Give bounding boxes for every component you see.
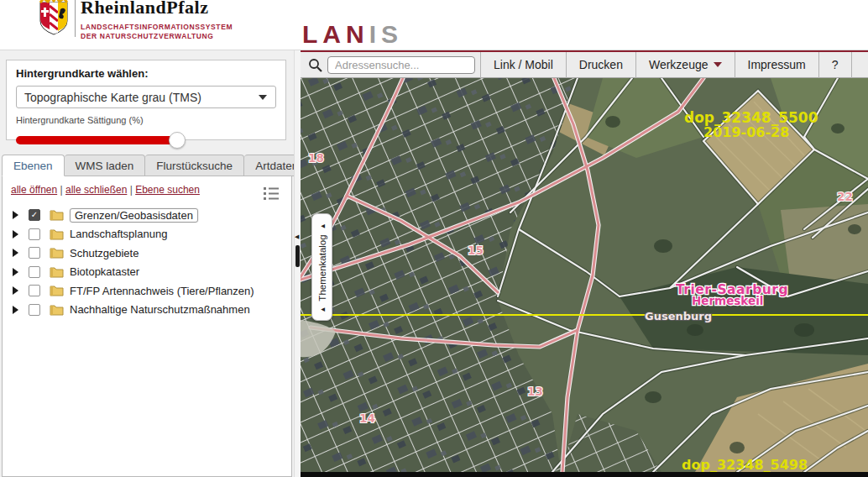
link-mobil-button[interactable]: Link / Mobil	[480, 52, 567, 78]
layer-item-grenzen-geobasisdaten: ✓ Grenzen/Geobasisdaten	[3, 206, 291, 225]
expand-arrow-icon[interactable]	[13, 306, 18, 314]
town-label-gusenburg: Gusenburg	[645, 310, 712, 322]
themenkatalog-label: Themenkatalog	[317, 234, 327, 301]
layer-label[interactable]: Nachhaltige Naturschutzmaßnahmen	[70, 303, 250, 316]
layer-checkbox[interactable]	[29, 266, 40, 278]
toolbar-button-group: Link / Mobil Drucken Werkzeuge Impressum…	[480, 52, 852, 78]
sidebar-tabs: Ebenen WMS laden Flurstücksuche Artdaten	[2, 155, 310, 176]
expand-arrow-icon[interactable]	[13, 286, 18, 295]
layer-item-nachhaltige-naturschutzmassnahmen: Nachhaltige Naturschutzmaßnahmen	[3, 301, 291, 320]
expand-arrow-icon[interactable]	[13, 211, 18, 219]
layer-link-row: alle öffnen | alle schließen | Ebene suc…	[3, 176, 291, 199]
layer-checkbox[interactable]	[29, 228, 40, 240]
district-label-hermeskeil: Hermeskeil	[692, 294, 763, 307]
layer-panel: alle öffnen | alle schließen | Ebene suc…	[2, 176, 292, 477]
app-header: RheinlandPfalz LANDSCHAFTSINFORMATIONSSY…	[0, 0, 868, 50]
brand-name: RheinlandPfalz	[81, 0, 208, 18]
layer-label[interactable]: Schutzgebiete	[70, 247, 139, 259]
legend-list-icon[interactable]	[263, 186, 280, 201]
background-map-selected-option: Topographische Karte grau (TMS)	[24, 91, 201, 104]
tab-ebenen[interactable]: Ebenen	[2, 155, 65, 176]
parcel-number-15: 15	[468, 244, 484, 257]
layer-item-ft-fp-artennachweis: FT/FP Artennachweis (Tiere/Pflanzen)	[3, 281, 291, 301]
collapse-left-arrow-icon: ▲	[319, 223, 327, 229]
tab-wms-laden[interactable]: WMS laden	[65, 155, 146, 176]
address-search-input[interactable]	[327, 56, 475, 74]
map-bottom-bar	[301, 472, 868, 477]
rheinland-pfalz-crest	[37, 0, 71, 36]
brand-divider	[75, 0, 76, 37]
parcel-number-13: 13	[527, 385, 543, 398]
parcel-number-14: 14	[359, 411, 375, 425]
collapse-left-arrow-icon: ▲	[319, 307, 327, 313]
layer-label[interactable]: Biotopkataster	[70, 265, 139, 278]
themenkatalog-tab-inner: ▲ Themenkatalog ▲	[312, 215, 332, 321]
close-all-link[interactable]: alle schließen	[65, 184, 127, 196]
app-title: LANIS	[302, 20, 403, 49]
parcel-number-18: 18	[308, 151, 324, 165]
layer-label[interactable]: FT/FP Artennachweis (Tiere/Pflanzen)	[70, 285, 254, 297]
folder-icon	[50, 228, 64, 240]
background-map-select[interactable]: Topographische Karte grau (TMS)	[16, 86, 276, 108]
tile-date-label: 2019-06-28	[703, 124, 789, 140]
layer-item-biotopkataster: Biotopkataster	[3, 263, 291, 282]
expand-arrow-icon[interactable]	[13, 230, 18, 238]
layer-item-schutzgebiete: Schutzgebiete	[3, 244, 291, 263]
layer-checkbox[interactable]	[29, 304, 40, 316]
saturation-label: Hintergrundkarte Sättigung (%)	[16, 115, 276, 125]
tab-flurstuecksuche[interactable]: Flurstücksuche	[145, 155, 244, 176]
impressum-button[interactable]: Impressum	[735, 52, 819, 78]
werkzeuge-button[interactable]: Werkzeuge	[636, 52, 735, 78]
folder-icon	[50, 247, 64, 259]
background-map-label: Hintergrundkarte wählen:	[16, 67, 276, 80]
chevron-down-icon	[714, 62, 722, 67]
drucken-button[interactable]: Drucken	[567, 52, 636, 78]
sidebar: Hintergrundkarte wählen: Topographische …	[0, 50, 294, 477]
map-toolbar: Link / Mobil Drucken Werkzeuge Impressum…	[301, 52, 868, 78]
saturation-slider-track[interactable]	[16, 136, 177, 144]
folder-icon	[50, 304, 64, 316]
folder-icon	[50, 285, 64, 296]
themenkatalog-tab[interactable]: ▲ Themenkatalog ▲	[311, 213, 332, 321]
layer-checkbox[interactable]: ✓	[29, 209, 40, 221]
layer-checkbox[interactable]	[29, 285, 40, 296]
background-map-box: Hintergrundkarte wählen: Topographische …	[6, 60, 286, 140]
tile-label-bottom: dop_32348_5498	[682, 457, 808, 472]
panel-resize-handle[interactable]	[295, 245, 300, 267]
collapse-arrow-icon[interactable]: ◀	[295, 233, 299, 240]
open-all-link[interactable]: alle öffnen	[11, 184, 57, 196]
map-area[interactable]: dop_32348_5500 2019-06-28 dop_32348_5498…	[301, 78, 868, 472]
folder-icon	[50, 266, 64, 278]
expand-arrow-icon[interactable]	[13, 249, 18, 257]
search-icon[interactable]	[308, 58, 322, 72]
help-button[interactable]: ?	[819, 52, 852, 78]
folder-icon	[50, 209, 64, 221]
layer-tree: ✓ Grenzen/Geobasisdaten Landschaftsplanu…	[3, 206, 291, 319]
saturation-slider-handle[interactable]	[169, 132, 186, 149]
layer-label[interactable]: Landschaftsplanung	[70, 228, 167, 240]
brand-subtitle: LANDSCHAFTSINFORMATIONSSYSTEM DER NATURS…	[81, 23, 233, 41]
map-column: Link / Mobil Drucken Werkzeuge Impressum…	[301, 50, 868, 477]
chevron-down-icon	[259, 95, 267, 100]
parcel-number-22: 22	[837, 190, 853, 203]
layer-checkbox[interactable]	[29, 247, 40, 259]
map-canvas[interactable]: dop_32348_5500 2019-06-28 dop_32348_5498…	[301, 78, 868, 472]
layer-search-link[interactable]: Ebene suchen	[135, 184, 200, 196]
expand-arrow-icon[interactable]	[13, 268, 18, 276]
saturation-slider[interactable]	[16, 132, 276, 149]
layer-label[interactable]: Grenzen/Geobasisdaten	[70, 208, 198, 223]
panel-divider: ◀	[294, 50, 301, 477]
layer-item-landschaftsplanung: Landschaftsplanung	[3, 225, 291, 244]
tile-label-top: dop_32348_5500	[684, 109, 818, 126]
